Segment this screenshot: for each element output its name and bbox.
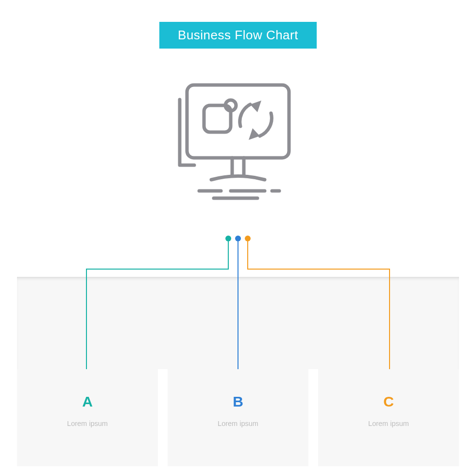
step-letter: A bbox=[17, 393, 158, 410]
connector-line bbox=[86, 269, 229, 270]
step-card-a: A Lorem ipsum bbox=[17, 369, 158, 466]
svg-marker-8 bbox=[249, 128, 260, 140]
connector-line bbox=[228, 240, 229, 270]
step-card-b: B Lorem ipsum bbox=[168, 369, 308, 466]
connector-line bbox=[247, 240, 248, 270]
connector-line bbox=[247, 269, 390, 270]
steps-row: A Lorem ipsum B Lorem ipsum C Lorem ipsu… bbox=[17, 369, 459, 466]
step-card-c: C Lorem ipsum bbox=[318, 369, 459, 466]
svg-marker-7 bbox=[250, 101, 261, 112]
step-letter: B bbox=[168, 393, 308, 410]
step-text: Lorem ipsum bbox=[168, 419, 308, 429]
step-text: Lorem ipsum bbox=[17, 419, 158, 429]
step-letter: C bbox=[318, 393, 459, 410]
computer-sync-icon bbox=[165, 70, 311, 216]
step-text: Lorem ipsum bbox=[318, 419, 459, 429]
page-title-banner: Business Flow Chart bbox=[159, 22, 317, 49]
svg-point-6 bbox=[225, 100, 236, 111]
